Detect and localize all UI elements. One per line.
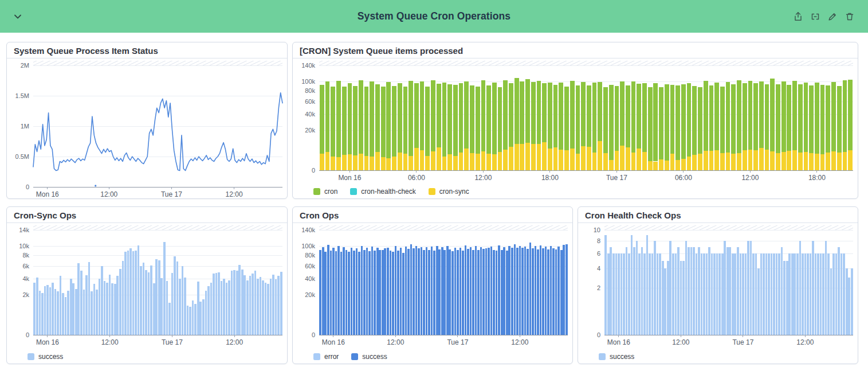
- legend-item-cron[interactable]: cron: [313, 188, 337, 196]
- legend-swatch: [350, 188, 357, 195]
- svg-text:Tue 17: Tue 17: [606, 174, 627, 182]
- svg-text:Mon 16: Mon 16: [36, 190, 59, 198]
- svg-text:14k: 14k: [19, 226, 29, 233]
- svg-text:Tue 17: Tue 17: [161, 190, 182, 198]
- svg-text:60k: 60k: [305, 98, 315, 105]
- svg-text:1M: 1M: [21, 123, 29, 130]
- svg-text:80k: 80k: [305, 87, 315, 94]
- legend-swatch: [28, 353, 34, 360]
- panel-title: Cron-Sync Ops: [7, 207, 287, 223]
- svg-text:6: 6: [597, 250, 600, 257]
- legend-label: error: [324, 353, 339, 361]
- panel-system-queue-process-item-status: System Queue Process Item Status 00.5M1M…: [6, 42, 288, 199]
- dashboard-title: System Queue Cron Operations: [0, 10, 868, 22]
- share-button[interactable]: [792, 11, 804, 22]
- svg-text:12:00: 12:00: [511, 338, 528, 346]
- svg-text:12:00: 12:00: [474, 174, 492, 182]
- svg-text:4: 4: [597, 265, 600, 272]
- svg-text:10k: 10k: [19, 243, 29, 249]
- svg-text:Mon 16: Mon 16: [338, 174, 361, 182]
- svg-text:12:00: 12:00: [226, 338, 243, 346]
- legend-item-error[interactable]: error: [313, 353, 339, 361]
- svg-text:6k: 6k: [22, 263, 29, 270]
- svg-text:60k: 60k: [305, 263, 315, 270]
- legend-item-success[interactable]: success: [599, 353, 634, 361]
- header-actions: [792, 11, 855, 22]
- legend-label: success: [610, 353, 634, 361]
- svg-text:40k: 40k: [305, 275, 315, 282]
- chart-legend: croncron-health-checkcron-sync: [313, 188, 469, 196]
- legend-swatch: [351, 353, 358, 360]
- svg-text:0: 0: [312, 167, 315, 174]
- copy-panel-icon: [810, 15, 820, 24]
- legend-label: success: [38, 353, 63, 361]
- legend-label: cron-sync: [439, 188, 469, 196]
- share-icon: [793, 15, 803, 24]
- delete-button[interactable]: [844, 11, 855, 22]
- panel-cron-ops: Cron Ops 020k40k60k80k100k140kMon 1612:0…: [292, 206, 573, 364]
- svg-text:20k: 20k: [305, 291, 315, 298]
- svg-text:100k: 100k: [301, 243, 315, 249]
- svg-text:12:00: 12:00: [101, 338, 119, 346]
- legend-item-success[interactable]: success: [28, 353, 63, 361]
- chart-legend: success: [599, 353, 634, 361]
- chart-cron-sync-ops[interactable]: 02k4k6k8k10k14kMon 1612:00Tue 1712:00suc…: [7, 223, 287, 364]
- chart-system-queue-process-item-status[interactable]: 00.5M1M1.5M2MMon 1612:00Tue 1712:00: [7, 58, 287, 198]
- svg-text:18:00: 18:00: [808, 174, 826, 182]
- svg-text:Mon 16: Mon 16: [322, 338, 345, 346]
- panel-title: System Queue Process Item Status: [7, 42, 287, 58]
- svg-text:0: 0: [26, 183, 29, 190]
- panel-cron-sync-ops: Cron-Sync Ops 02k4k6k8k10k14kMon 1612:00…: [6, 206, 288, 364]
- svg-text:12:00: 12:00: [100, 190, 117, 198]
- svg-text:Tue 17: Tue 17: [732, 338, 753, 346]
- chart-legend: success: [28, 353, 63, 361]
- svg-text:12:00: 12:00: [387, 338, 404, 346]
- svg-text:100k: 100k: [301, 78, 315, 85]
- svg-text:8k: 8k: [22, 252, 29, 259]
- svg-text:0: 0: [597, 331, 600, 338]
- legend-label: success: [362, 353, 387, 361]
- svg-text:Tue 17: Tue 17: [447, 338, 468, 346]
- edit-button[interactable]: [827, 11, 838, 22]
- svg-text:12:00: 12:00: [796, 338, 814, 346]
- svg-text:0.5M: 0.5M: [15, 153, 29, 160]
- chart-legend: errorsuccess: [313, 353, 387, 361]
- svg-text:12:00: 12:00: [226, 190, 243, 198]
- svg-text:40k: 40k: [305, 111, 315, 118]
- svg-text:12:00: 12:00: [741, 174, 759, 182]
- svg-text:06:00: 06:00: [675, 174, 692, 182]
- chart-cron-health-check-ops[interactable]: 0246810Mon 1612:00Tue 1712:00success: [578, 223, 858, 364]
- dashboard-header: System Queue Cron Operations: [0, 0, 868, 33]
- legend-item-cron-sync[interactable]: cron-sync: [429, 188, 469, 196]
- chart-cron-ops[interactable]: 020k40k60k80k100k140kMon 1612:00Tue 1712…: [293, 223, 572, 364]
- svg-text:Mon 16: Mon 16: [36, 338, 59, 346]
- svg-text:0: 0: [26, 331, 29, 338]
- legend-label: cron: [324, 188, 337, 196]
- svg-text:8: 8: [597, 237, 600, 244]
- panel-cron-health-check-ops: Cron Health Check Ops 0246810Mon 1612:00…: [578, 206, 858, 364]
- svg-text:0: 0: [312, 331, 315, 338]
- svg-text:2: 2: [597, 284, 600, 291]
- svg-text:10: 10: [594, 226, 600, 233]
- svg-text:18:00: 18:00: [541, 174, 559, 182]
- legend-swatch: [599, 353, 606, 360]
- svg-text:06:00: 06:00: [408, 174, 425, 182]
- chart-items-processed[interactable]: 020k40k60k80k100k140kMon 1606:0012:0018:…: [293, 58, 858, 198]
- legend-label: cron-health-check: [361, 188, 415, 196]
- svg-text:140k: 140k: [301, 62, 315, 69]
- svg-text:12:00: 12:00: [672, 338, 689, 346]
- svg-text:80k: 80k: [305, 252, 315, 259]
- panel-title: [CRON] System Queue items processed: [293, 42, 858, 58]
- svg-text:Tue 17: Tue 17: [162, 338, 183, 346]
- edit-icon: [827, 15, 838, 24]
- svg-text:1.5M: 1.5M: [15, 92, 29, 99]
- legend-item-success[interactable]: success: [351, 353, 387, 361]
- svg-text:Mon 16: Mon 16: [607, 338, 630, 346]
- panel-cron-system-queue-items-processed: [CRON] System Queue items processed 020k…: [292, 42, 858, 199]
- legend-item-cron-health-check[interactable]: cron-health-check: [350, 188, 415, 196]
- legend-swatch: [429, 188, 435, 195]
- legend-swatch: [313, 188, 320, 195]
- svg-text:2k: 2k: [22, 291, 29, 298]
- svg-text:20k: 20k: [305, 127, 315, 134]
- copy-panel-button[interactable]: [810, 11, 821, 22]
